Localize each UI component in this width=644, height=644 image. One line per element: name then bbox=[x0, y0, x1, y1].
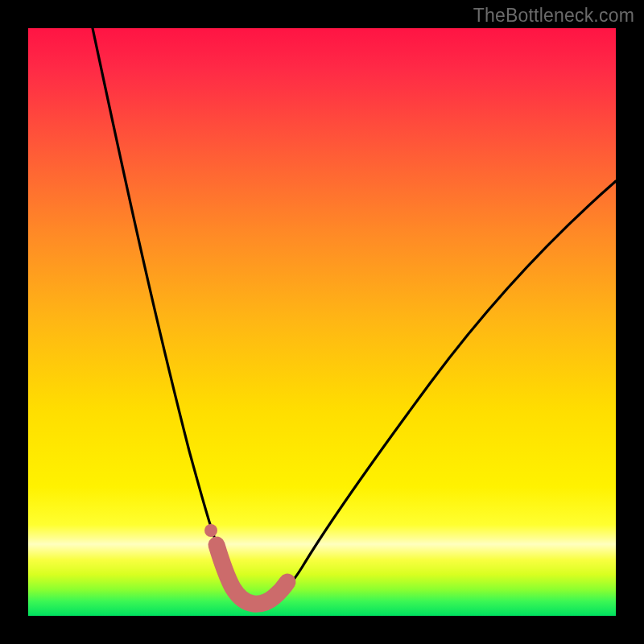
bottleneck-curve bbox=[93, 28, 616, 604]
highlight-region bbox=[217, 545, 287, 604]
watermark-text: TheBottleneck.com bbox=[473, 5, 634, 27]
curve-layer bbox=[28, 28, 616, 616]
highlight-dot bbox=[204, 524, 217, 537]
chart-frame: TheBottleneck.com bbox=[0, 0, 644, 644]
plot-area bbox=[28, 28, 616, 616]
